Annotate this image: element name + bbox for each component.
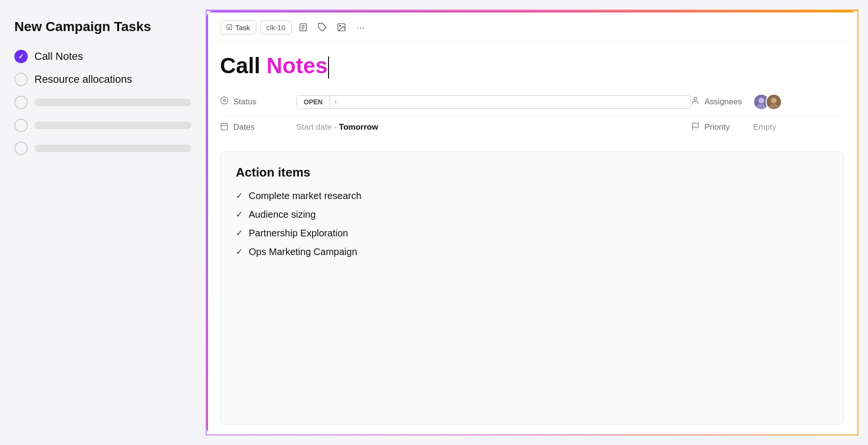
- task-placeholder-3: [34, 145, 191, 152]
- action-item-3[interactable]: ✓ Partnership Exploration: [236, 228, 828, 239]
- assignees-section: Assignees: [691, 94, 844, 110]
- check-icon-4: ✓: [236, 246, 243, 257]
- task-card: ☑ Task clk-10: [206, 10, 858, 435]
- main-panel: ☑ Task clk-10: [206, 0, 868, 445]
- status-badge[interactable]: OPEN ›: [297, 95, 691, 109]
- flag-icon: [691, 122, 700, 133]
- sidebar: New Campaign Tasks Call Notes Resource a…: [0, 0, 206, 445]
- dates-label: Dates: [220, 122, 297, 133]
- tag-icon[interactable]: [315, 20, 330, 35]
- title-highlight-text: Notes: [266, 54, 328, 78]
- task-list: Call Notes Resource allocations: [14, 50, 191, 155]
- status-arrow-button[interactable]: ›: [330, 96, 341, 108]
- check-icon-1: ✓: [236, 190, 243, 201]
- svg-point-9: [694, 98, 697, 100]
- title-plain-text: Call: [220, 53, 266, 78]
- task-checkbox-placeholder-3[interactable]: [14, 142, 28, 155]
- task-placeholder-2: [34, 122, 191, 129]
- text-cursor: [328, 56, 329, 78]
- task-item-placeholder-3[interactable]: [14, 142, 191, 155]
- card-border-left: [207, 11, 208, 434]
- svg-point-11: [758, 98, 764, 103]
- avatar-2: [766, 94, 782, 110]
- status-open-label: OPEN: [297, 96, 330, 108]
- action-items-title: Action items: [236, 165, 828, 180]
- dates-value[interactable]: Start date - Tomorrow: [297, 122, 691, 132]
- svg-point-8: [223, 100, 226, 102]
- svg-point-14: [771, 98, 777, 103]
- assignee-avatars: [753, 94, 782, 110]
- task-item-call-notes[interactable]: Call Notes: [14, 50, 191, 63]
- task-checkbox-resource-allocations[interactable]: [14, 73, 28, 86]
- task-check-icon: ☑: [226, 23, 232, 32]
- sidebar-title: New Campaign Tasks: [14, 19, 191, 34]
- check-icon-3: ✓: [236, 228, 243, 238]
- status-icon: [220, 96, 229, 107]
- task-placeholder-1: [34, 99, 191, 106]
- task-item-placeholder-1[interactable]: [14, 96, 191, 109]
- person-icon: [691, 96, 700, 107]
- task-checkbox-call-notes[interactable]: [14, 50, 28, 63]
- task-type-label: Task: [235, 23, 250, 32]
- timer-icon[interactable]: [296, 20, 311, 35]
- task-id-badge: clk-10: [260, 21, 292, 34]
- action-item-4[interactable]: ✓ Ops Marketing Campaign: [236, 246, 828, 257]
- task-title[interactable]: Call Notes: [220, 54, 844, 78]
- status-value: OPEN ›: [297, 95, 691, 109]
- task-label-resource-allocations: Resource allocations: [34, 73, 132, 86]
- svg-point-7: [221, 97, 228, 104]
- task-checkbox-placeholder-1[interactable]: [14, 96, 28, 109]
- svg-point-6: [340, 25, 341, 27]
- more-options-button[interactable]: ···: [353, 20, 369, 35]
- calendar-icon: [220, 122, 229, 133]
- status-row: Status OPEN ›: [220, 88, 844, 116]
- task-type-button[interactable]: ☑ Task: [220, 20, 256, 34]
- title-area: Call Notes: [207, 42, 857, 83]
- priority-section: Priority Empty: [691, 122, 844, 133]
- task-label-call-notes: Call Notes: [34, 50, 83, 63]
- task-item-placeholder-2[interactable]: [14, 119, 191, 132]
- action-items-list: ✓ Complete market research ✓ Audience si…: [236, 190, 828, 257]
- task-item-resource-allocations[interactable]: Resource allocations: [14, 73, 191, 86]
- action-item-1[interactable]: ✓ Complete market research: [236, 190, 828, 201]
- toolbar: ☑ Task clk-10: [207, 11, 857, 42]
- priority-value[interactable]: Empty: [753, 122, 776, 132]
- metadata-section: Status OPEN ›: [207, 83, 857, 146]
- action-item-2[interactable]: ✓ Audience sizing: [236, 209, 828, 220]
- svg-rect-16: [221, 123, 228, 130]
- assignees-label: Assignees: [691, 96, 748, 107]
- action-items-section: Action items ✓ Complete market research …: [220, 151, 844, 425]
- image-icon[interactable]: [334, 20, 349, 35]
- task-checkbox-placeholder-2[interactable]: [14, 119, 28, 132]
- dates-row: Dates Start date - Tomorrow: [220, 116, 844, 139]
- status-label: Status: [220, 96, 297, 107]
- priority-label: Priority: [691, 122, 748, 133]
- check-icon-2: ✓: [236, 209, 243, 220]
